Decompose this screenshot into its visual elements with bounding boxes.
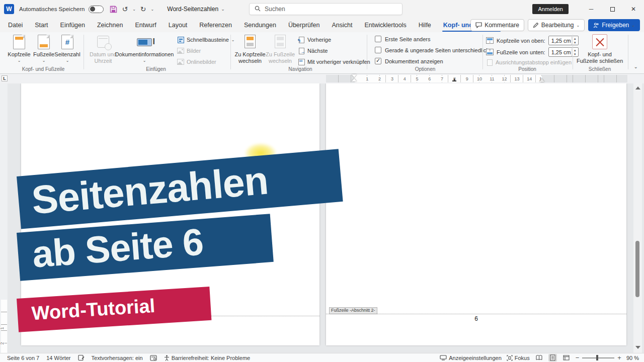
proofing-icon[interactable] <box>78 354 85 361</box>
checkbox-unchecked-icon[interactable] <box>375 47 381 53</box>
group-label-navigation: Navigation <box>288 66 312 72</box>
editor-icon[interactable] <box>150 355 157 361</box>
status-bar: Seite 6 von 7 14 Wörter Textvorhersagen:… <box>0 353 644 362</box>
zoom-slider[interactable]: − + <box>576 354 621 361</box>
collapse-ribbon-icon[interactable]: ⌄ <box>634 64 638 69</box>
header-from-top-row: ↓ Kopfzeile von oben: 1,25 cm ▲▼ <box>486 36 579 45</box>
tab-start[interactable]: Start <box>29 18 54 32</box>
quick-parts-button[interactable]: Schnellbausteine ⌄ <box>177 36 235 43</box>
chevron-down-icon: ⌄ <box>32 58 55 63</box>
tab-ansicht[interactable]: Ansicht <box>326 18 358 32</box>
document-info-icon <box>137 38 152 46</box>
close-header-footer-button[interactable]: Kopf- undFußzeile schließen <box>577 34 623 64</box>
tab-hilfe[interactable]: Hilfe <box>413 18 437 32</box>
tab-referenzen[interactable]: Referenzen <box>193 18 238 32</box>
header-position-icon: ↓ <box>486 37 494 44</box>
undo-icon[interactable]: ↺ <box>122 6 128 13</box>
header-from-top-input[interactable]: 1,25 cm ▲▼ <box>548 36 579 45</box>
print-layout-button[interactable] <box>548 354 557 361</box>
horizontal-ruler[interactable]: L 123456789101112131415 <box>0 74 644 83</box>
ruler-cm-3: 3 <box>390 76 394 82</box>
autosave-toggle[interactable] <box>89 6 104 13</box>
sign-in-button[interactable]: Anmelden <box>532 4 569 14</box>
read-mode-button[interactable] <box>535 354 543 361</box>
document-info-button[interactable]: Dokumentinformationen ⌄ <box>113 34 176 63</box>
option-checkbox-row[interactable]: Dokumenttext anzeigen <box>375 58 443 64</box>
goto-footer-button: Zu Fußzeilewechseln <box>266 34 295 64</box>
option-label: Erste Seite anders <box>385 36 431 42</box>
word-count[interactable]: 14 Wörter <box>46 355 70 361</box>
tab-entwurf[interactable]: Entwurf <box>129 18 162 32</box>
zoom-level[interactable]: 90 % <box>626 355 639 361</box>
comments-button[interactable]: Kommentare <box>470 19 524 31</box>
title-dropdown-icon: ⌄ <box>221 7 225 12</box>
chevron-down-icon: ⌄ <box>631 23 635 28</box>
page-right[interactable]: Fußzeile -Abschnitt 2- 6 <box>326 83 626 345</box>
scroll-down-icon[interactable] <box>635 346 640 349</box>
ruler-cm-2: 2 <box>378 76 381 82</box>
ruler-cm-5: 5 <box>415 76 419 82</box>
page-number-button[interactable]: # Seitenzahl ⌄ <box>54 34 80 63</box>
page-number-text[interactable]: 6 <box>326 315 626 322</box>
share-icon <box>593 22 599 28</box>
scroll-up-icon[interactable] <box>635 86 640 89</box>
page-indicator[interactable]: Seite 6 von 7 <box>7 355 39 361</box>
minimize-button[interactable]: ─ <box>581 0 602 18</box>
toggle-knob <box>90 7 95 12</box>
close-button[interactable]: ✕ <box>623 0 644 18</box>
group-label-options: Optionen <box>415 66 436 72</box>
option-label: Gerade & ungerade Seiten unterschiedlich <box>385 47 489 53</box>
tab-layout[interactable]: Layout <box>163 18 194 32</box>
option-checkbox-row[interactable]: Gerade & ungerade Seiten unterschiedlich <box>375 47 489 53</box>
document-title[interactable]: Word-Seitenzahlen ⌄ <box>167 6 224 13</box>
editing-mode-button[interactable]: Bearbeitung ⌄ <box>528 19 585 31</box>
header-button[interactable]: Kopfzeile ⌄ <box>7 34 31 63</box>
zoom-in-icon[interactable]: + <box>617 354 621 361</box>
zoom-slider-thumb[interactable] <box>596 355 598 360</box>
checkbox-unchecked-icon[interactable] <box>375 36 381 42</box>
footer-button[interactable]: Fußzeile ⌄ <box>32 34 55 63</box>
restore-button[interactable] <box>602 0 623 18</box>
center-tabstop-marker[interactable] <box>452 78 456 81</box>
tab-zeichnen[interactable]: Zeichnen <box>91 18 129 32</box>
save-icon[interactable] <box>110 6 117 13</box>
ruler-text-area: 123456789101112131415 <box>355 75 542 82</box>
tab-entwicklertools[interactable]: Entwicklertools <box>358 18 412 32</box>
share-button[interactable]: Freigeben ⌄ <box>588 19 640 31</box>
text-predictions[interactable]: Textvorhersagen: ein <box>92 355 143 361</box>
alignment-tab-button: Ausrichtungstabstopp einfügen <box>486 59 572 66</box>
display-settings-button[interactable]: Anzeigeeinstellungen <box>440 355 502 361</box>
goto-header-button[interactable]: Zu Kopfzeilewechseln <box>234 34 266 64</box>
ruler-cm-7: 7 <box>440 76 444 82</box>
tab--berpr-fen[interactable]: Überprüfen <box>282 18 326 32</box>
tab-selector[interactable]: L <box>2 75 8 81</box>
checkbox-checked-icon[interactable] <box>375 58 381 64</box>
group-label-header-footer: Kopf- und Fußzeile <box>22 66 65 72</box>
vertical-ruler[interactable]: 1 2 <box>0 83 8 353</box>
ruler-cm-11: 11 <box>489 76 495 82</box>
word-app-icon[interactable]: W <box>4 4 14 14</box>
link-to-previous-button[interactable]: Mit vorheriger verknüpfen <box>298 58 370 65</box>
focus-button[interactable]: Fokus <box>507 355 530 361</box>
option-checkbox-row[interactable]: Erste Seite anders <box>375 36 431 42</box>
accessibility-status[interactable]: Barrierefreiheit: Keine Probleme <box>164 355 251 361</box>
web-layout-button[interactable] <box>562 354 571 361</box>
indent-markers[interactable] <box>352 74 357 81</box>
vertical-scrollbar[interactable] <box>633 83 642 353</box>
qat-overflow-icon[interactable]: ⌄ <box>151 7 154 12</box>
tab-einf-gen[interactable]: Einfügen <box>54 18 91 32</box>
next-button[interactable]: → Nächste <box>298 47 328 54</box>
online-pictures-button: Onlinebilder <box>177 58 216 65</box>
previous-button[interactable]: ↰ Vorherige <box>298 36 331 43</box>
undo-dropdown-icon[interactable]: ⌄ <box>132 7 136 12</box>
zoom-out-icon[interactable]: − <box>576 354 580 361</box>
right-indent-marker[interactable] <box>539 78 544 82</box>
footer-from-bottom-input[interactable]: 1,25 cm ▲▼ <box>548 47 579 57</box>
search-input[interactable]: Suchen <box>249 3 403 15</box>
ruler-cm-14: 14 <box>526 76 532 82</box>
comment-icon <box>475 22 482 28</box>
scrollbar-thumb[interactable] <box>635 241 639 297</box>
tab-sendungen[interactable]: Sendungen <box>238 18 282 32</box>
redo-icon[interactable]: ↻ <box>140 6 146 13</box>
tab-datei[interactable]: Datei <box>2 18 29 32</box>
